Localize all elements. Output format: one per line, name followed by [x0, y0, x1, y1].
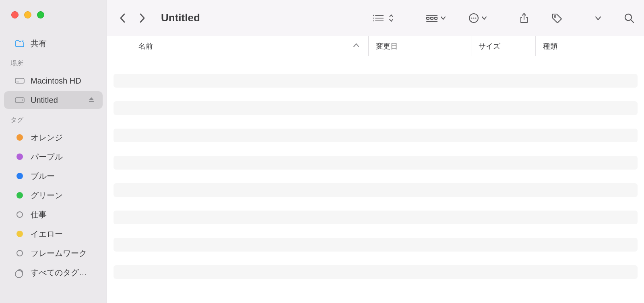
sidebar-tag-label: ブルー — [31, 171, 55, 182]
sidebar-item-untitled[interactable]: Untitled — [4, 91, 103, 109]
close-window-button[interactable] — [11, 11, 19, 18]
sidebar-item-shared[interactable]: 共有 — [4, 35, 103, 52]
tag-dot-icon — [14, 211, 25, 218]
action-menu-button[interactable] — [469, 13, 487, 23]
sidebar-tag-work[interactable]: 仕事 — [4, 206, 103, 223]
column-header-name[interactable]: 名前 — [107, 36, 369, 56]
column-size-label: サイズ — [479, 41, 500, 51]
view-mode-button[interactable] — [372, 14, 394, 23]
list-row-placeholder — [114, 211, 638, 224]
svg-rect-6 — [89, 101, 94, 102]
sidebar-tag-blue[interactable]: ブルー — [4, 167, 103, 185]
tag-dot-icon — [14, 173, 25, 179]
tags-button[interactable] — [551, 13, 563, 23]
sidebar-tags-header: タグ — [0, 110, 107, 128]
main-area: Untitled — [107, 0, 644, 303]
shared-folder-icon — [14, 39, 25, 47]
sort-ascending-icon — [353, 42, 359, 50]
toolbar-overflow-button[interactable] — [595, 15, 601, 21]
svg-point-5 — [22, 100, 23, 101]
svg-rect-14 — [427, 17, 429, 19]
sidebar-item-label: Macintosh HD — [31, 76, 81, 86]
internal-disk-icon — [14, 78, 25, 84]
forward-button[interactable] — [138, 12, 146, 24]
column-date-label: 変更日 — [376, 41, 398, 51]
list-row-placeholder — [114, 238, 638, 252]
column-headers: 名前 変更日 サイズ 種類 — [107, 36, 644, 56]
sidebar-locations-header: 場所 — [0, 53, 107, 71]
column-header-size[interactable]: サイズ — [471, 36, 536, 56]
svg-point-21 — [475, 17, 477, 18]
sidebar-item-label: Untitled — [31, 96, 58, 105]
sidebar-tag-label: オレンジ — [31, 132, 63, 143]
list-row-placeholder — [114, 101, 638, 115]
sidebar-item-macintosh-hd[interactable]: Macintosh HD — [4, 72, 103, 90]
tag-dot-icon — [14, 134, 25, 141]
svg-line-25 — [631, 20, 634, 23]
column-header-kind[interactable]: 種類 — [536, 36, 644, 56]
eject-icon[interactable] — [88, 96, 95, 105]
sidebar-tag-label: パープル — [31, 152, 63, 162]
sidebar-tag-label: グリーン — [31, 190, 63, 201]
list-row-placeholder — [114, 183, 638, 197]
sidebar-tag-label: すべてのタグ… — [31, 267, 87, 278]
list-row-placeholder — [114, 156, 638, 170]
svg-rect-2 — [15, 78, 24, 83]
sidebar-tag-yellow[interactable]: イエロー — [4, 225, 103, 243]
sidebar-tag-label: 仕事 — [31, 209, 47, 220]
svg-point-11 — [373, 20, 374, 21]
all-tags-icon — [14, 269, 25, 276]
list-row-placeholder — [114, 74, 638, 88]
sidebar-tag-orange[interactable]: オレンジ — [4, 129, 103, 146]
column-name-label: 名前 — [138, 41, 153, 51]
svg-point-23 — [554, 16, 556, 17]
window-title: Untitled — [161, 12, 200, 24]
minimize-window-button[interactable] — [24, 11, 31, 18]
sidebar-tag-framework[interactable]: フレームワーク — [4, 244, 103, 262]
svg-point-9 — [373, 17, 374, 18]
share-button[interactable] — [519, 12, 529, 24]
sidebar: 共有 場所 Macintosh HD Untitled タグ オレンジ — [0, 0, 107, 303]
toolbar: Untitled — [107, 0, 644, 36]
back-button[interactable] — [119, 12, 126, 24]
svg-point-7 — [373, 14, 374, 15]
search-button[interactable] — [624, 13, 634, 23]
file-list[interactable] — [107, 56, 644, 303]
sidebar-tag-label: イエロー — [31, 229, 63, 240]
tag-dot-icon — [14, 154, 25, 160]
zoom-window-button[interactable] — [37, 11, 44, 18]
tag-dot-icon — [14, 231, 25, 237]
sidebar-tag-purple[interactable]: パープル — [4, 148, 103, 166]
tag-dot-icon — [14, 250, 25, 256]
list-row-placeholder — [114, 129, 638, 142]
column-header-date[interactable]: 変更日 — [369, 36, 471, 56]
svg-point-19 — [471, 17, 473, 18]
svg-point-20 — [473, 17, 475, 18]
sidebar-tag-green[interactable]: グリーン — [4, 186, 103, 204]
sidebar-tag-label: フレームワーク — [31, 248, 87, 259]
list-row-placeholder — [114, 265, 638, 279]
svg-rect-15 — [431, 17, 433, 19]
tag-dot-icon — [14, 192, 25, 199]
group-by-button[interactable] — [426, 14, 446, 23]
sidebar-shared-label: 共有 — [31, 38, 47, 49]
sidebar-tag-all[interactable]: すべてのタグ… — [4, 264, 103, 281]
window-controls — [0, 11, 107, 18]
svg-rect-16 — [435, 17, 437, 19]
column-kind-label: 種類 — [543, 41, 557, 51]
external-disk-icon — [14, 97, 25, 103]
